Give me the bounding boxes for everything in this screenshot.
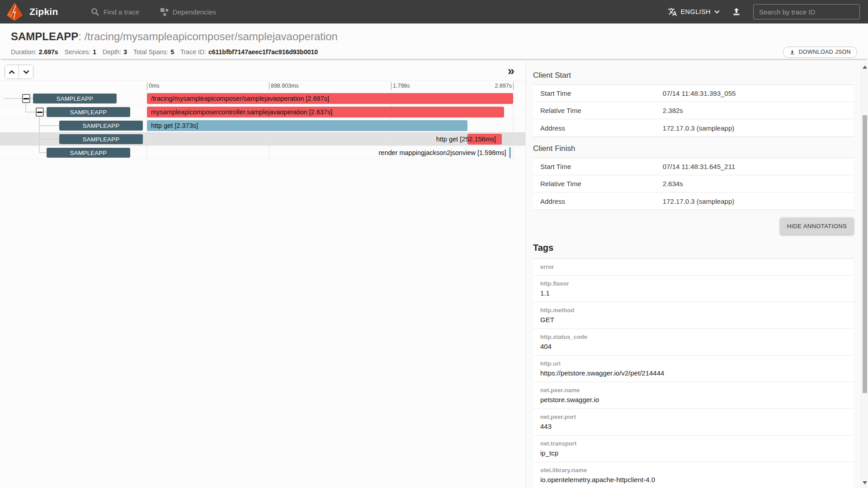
collapse-detail-icon[interactable]: » xyxy=(508,62,514,80)
trace-stats-bar: Duration:2.697s Services:1 Depth:3 Total… xyxy=(0,47,868,59)
download-json-button[interactable]: DOWNLOAD JSON xyxy=(783,47,857,58)
nav-find-a-trace-label: Find a trace xyxy=(104,8,139,16)
brand-name: Zipkin xyxy=(29,6,58,17)
span-rows: SAMPLEAPP /tracing/mysampleapicomposer/s… xyxy=(0,92,525,160)
zipkin-brand[interactable]: Zipkin xyxy=(6,3,58,21)
client-finish-card: Start Time07/14 11:48:31.645_211 Relativ… xyxy=(533,158,854,210)
timeline-ruler: 0ms 898.903ms 1.798s 2.697s xyxy=(0,81,525,92)
ruler-tick: 2.697s xyxy=(495,83,512,89)
detail-row: Relative Time2.382s xyxy=(533,102,854,119)
timeline-toolbar: » xyxy=(0,62,525,81)
tree-connector xyxy=(25,103,26,112)
language-selector[interactable]: ENGLISH xyxy=(668,7,720,17)
tag-row: net.peer.namepetstore.swagger.io xyxy=(533,382,854,409)
span-bar[interactable]: mysampleapicomposercontroller.samplejava… xyxy=(147,107,504,117)
tag-row: error xyxy=(533,259,854,276)
dependencies-graph-icon xyxy=(160,8,169,16)
stat-depth: Depth:3 xyxy=(103,48,127,56)
timeline-pane: » 0ms 898.903ms 1.798s 2.697s xyxy=(0,62,525,488)
ruler-tick: 0ms xyxy=(149,83,160,89)
trace-header: SAMPLEAPP: /tracing/mysampleapicomposer/… xyxy=(0,23,868,59)
span-bar[interactable]: http get [2.373s] xyxy=(147,120,467,131)
tag-row: http.urlhttps://petstore.swagger.io/v2/p… xyxy=(533,356,854,382)
hide-annotations-button[interactable]: HIDE ANNOTATIONS xyxy=(780,218,854,235)
translate-icon xyxy=(668,7,677,17)
service-badge[interactable]: SAMPLEAPP xyxy=(59,134,143,144)
service-badge[interactable]: SAMPLEAPP xyxy=(33,94,117,103)
search-input[interactable] xyxy=(753,4,860,19)
span-nav-buttons xyxy=(5,65,33,79)
stat-services: Services:1 xyxy=(65,48,96,56)
stat-total-spans: Total Spans:5 xyxy=(133,48,174,56)
upload-icon[interactable] xyxy=(731,7,741,17)
prev-span-button[interactable] xyxy=(5,65,19,79)
tree-connector xyxy=(39,139,59,140)
tag-row: net.peer.port443 xyxy=(533,409,854,436)
top-navbar: Zipkin Find a trace Dependencies E xyxy=(0,0,868,23)
section-title-client-finish: Client Finish xyxy=(533,144,854,153)
span-row-selected[interactable]: SAMPLEAPP http get [252.156ms] xyxy=(0,132,525,146)
zipkin-logo-icon xyxy=(6,3,23,21)
service-badge[interactable]: SAMPLEAPP xyxy=(47,148,130,158)
span-row[interactable]: SAMPLEAPP mysampleapicomposercontroller.… xyxy=(0,105,525,119)
span-bar-label: http get [252.156ms] xyxy=(436,134,496,145)
detail-row: Address172.17.0.3 (sampleapp) xyxy=(533,119,854,136)
section-title-client-start: Client Start xyxy=(533,71,854,80)
nav-dependencies-label: Dependencies xyxy=(173,8,216,16)
scroll-up-icon[interactable] xyxy=(863,66,867,69)
stat-trace-id: Trace ID:c611bfbf7147aeec1f7ac916d93b001… xyxy=(180,48,318,56)
span-row[interactable]: SAMPLEAPP /tracing/mysampleapicomposer/s… xyxy=(0,92,525,105)
title-service-name: SAMPLEAPP xyxy=(11,30,78,42)
tags-title: Tags xyxy=(533,243,854,253)
service-badge[interactable]: SAMPLEAPP xyxy=(47,107,130,117)
ruler-tick: 1.798s xyxy=(393,83,410,89)
client-start-card: Start Time07/14 11:48:31.393_055 Relativ… xyxy=(533,84,854,137)
language-label: ENGLISH xyxy=(681,8,711,15)
tree-connector xyxy=(39,125,59,126)
page-title: SAMPLEAPP: /tracing/mysampleapicomposer/… xyxy=(0,23,868,47)
tree-connector xyxy=(39,116,40,153)
nav-dependencies[interactable]: Dependencies xyxy=(160,8,216,16)
detail-row: Start Time07/14 11:48:31.393_055 xyxy=(533,85,854,102)
chevron-down-icon xyxy=(714,10,720,14)
tag-row: http.flavor1.1 xyxy=(533,276,854,302)
tag-row: otel.library.nameio.opentelemetry.apache… xyxy=(533,462,854,488)
detail-row: Start Time07/14 11:48:31.645_211 xyxy=(533,158,854,175)
title-operation: : /tracing/mysampleapicomposer/samplejav… xyxy=(78,30,338,42)
nav-find-a-trace[interactable]: Find a trace xyxy=(91,8,139,16)
collapse-toggle-icon[interactable] xyxy=(36,108,44,117)
scrollbar-thumb[interactable] xyxy=(863,115,867,393)
span-row[interactable]: SAMPLEAPP http get [2.373s] xyxy=(0,119,525,132)
collapse-toggle-icon[interactable] xyxy=(22,94,30,103)
span-bar-label: render mappingjackson2jsonview [1.598ms] xyxy=(379,147,506,158)
tags-card: error http.flavor1.1 http.methodGET http… xyxy=(533,258,854,488)
download-icon xyxy=(789,49,795,55)
service-badge[interactable]: SAMPLEAPP xyxy=(59,121,143,131)
scroll-down-icon[interactable] xyxy=(863,481,867,484)
span-bar[interactable] xyxy=(509,147,511,158)
stat-duration: Duration:2.697s xyxy=(11,48,58,56)
next-span-button[interactable] xyxy=(19,65,33,79)
span-detail-panel: Client Start Start Time07/14 11:48:31.39… xyxy=(525,62,861,488)
span-bar[interactable]: /tracing/mysampleapicomposer/samplejavao… xyxy=(147,93,513,104)
search-icon xyxy=(91,8,99,16)
detail-row: Address172.17.0.3 (sampleapp) xyxy=(533,192,854,210)
ruler-tick: 898.903ms xyxy=(271,83,299,89)
tag-row: net.transportip_tcp xyxy=(533,436,854,462)
tag-row: http.status_code404 xyxy=(533,329,854,356)
detail-row: Relative Time2.634s xyxy=(533,175,854,192)
tag-row: http.methodGET xyxy=(533,302,854,329)
tree-connector xyxy=(39,152,47,153)
panel-scrollbar[interactable] xyxy=(861,62,868,488)
span-row[interactable]: SAMPLEAPP render mappingjackson2jsonview… xyxy=(0,146,525,160)
